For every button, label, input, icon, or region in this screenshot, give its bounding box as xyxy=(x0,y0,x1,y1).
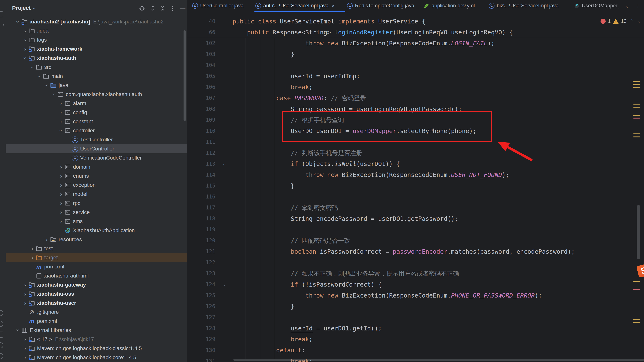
line-number[interactable]: 128 xyxy=(187,323,215,334)
chevron-collapsed-icon[interactable]: › xyxy=(44,237,50,242)
tree-item-target[interactable]: ›target xyxy=(6,253,187,262)
tree-item-xiaohashu2-xiaohashu-[interactable]: ›xiaohashu2 [xiaohashu]E:\java_workspace… xyxy=(6,17,187,26)
tree-item-java[interactable]: ›java xyxy=(6,81,187,90)
chevron-collapsed-icon[interactable]: › xyxy=(58,200,64,206)
hide-panel-icon[interactable]: — xyxy=(179,4,186,12)
collapse-all-icon[interactable] xyxy=(159,4,166,12)
tree-item-xiaohashu-gateway[interactable]: ›xiaohashu-gateway xyxy=(6,280,187,290)
tree-item-rpc[interactable]: ›rpc xyxy=(6,199,187,208)
warning-stripe-icon[interactable] xyxy=(633,319,640,320)
chevron-collapsed-icon[interactable]: › xyxy=(29,255,36,260)
prev-problem-icon[interactable]: ⌃ xyxy=(630,18,634,24)
chevron-collapsed-icon[interactable]: › xyxy=(58,164,64,170)
tab-options-icon[interactable]: ⋮ xyxy=(635,0,641,12)
next-problem-icon[interactable]: ⌄ xyxy=(637,18,641,24)
more-options-icon[interactable]: ⋮ xyxy=(169,4,176,12)
editor-tab-redistemplateconfig.java[interactable]: CRedisTemplateConfig.java xyxy=(346,0,422,12)
line-number[interactable]: 109 xyxy=(187,114,215,126)
tree-item-usercontroller[interactable]: CUserController xyxy=(6,144,187,153)
tree-item-controller[interactable]: ›controller xyxy=(6,126,187,135)
line-number[interactable]: 40 xyxy=(187,16,215,27)
chevron-expanded-icon[interactable]: › xyxy=(51,91,57,98)
line-number[interactable]: 124 xyxy=(187,279,215,290)
tree-item-logs[interactable]: ›logs xyxy=(6,35,187,44)
tree-item-enums[interactable]: ›enums xyxy=(6,172,187,180)
line-number[interactable]: 125 xyxy=(187,290,215,301)
line-number[interactable]: 115 xyxy=(187,180,215,191)
tree-item-xiaohashuauthapplication[interactable]: XiaohashuAuthApplication xyxy=(6,226,187,235)
line-number[interactable]: 122 xyxy=(187,257,215,268)
line-number[interactable]: 103 xyxy=(187,49,215,60)
line-number[interactable]: 121 xyxy=(187,246,215,257)
line-number[interactable]: 112 xyxy=(187,148,215,158)
tree-item-config[interactable]: ›config xyxy=(6,108,187,117)
tree-item-xiaohashu-user[interactable]: ›xiaohashu-user xyxy=(6,298,187,308)
chevron-collapsed-icon[interactable]: › xyxy=(58,100,64,106)
line-number[interactable]: 129 xyxy=(187,334,215,345)
warning-stripe-icon[interactable] xyxy=(633,87,640,88)
activity-bar[interactable] xyxy=(0,0,6,362)
tree-item-exception[interactable]: ›exception xyxy=(6,180,187,190)
warning-stripe-icon[interactable] xyxy=(633,134,640,134)
chevron-collapsed-icon[interactable]: › xyxy=(22,291,28,297)
line-number[interactable]: 110 xyxy=(187,126,215,136)
tree-item-verificationcodecontroller[interactable]: CVerificationCodeController xyxy=(6,153,187,162)
close-icon[interactable]: × xyxy=(332,3,335,9)
chevron-collapsed-icon[interactable]: › xyxy=(22,282,28,288)
line-number[interactable]: 111 xyxy=(187,136,215,148)
tree-item-maven-ch.qos.logback-logback-classic-1.4.5[interactable]: ›Maven: ch.qos.logback:logback-classic:1… xyxy=(6,344,187,353)
line-number[interactable]: 116 xyxy=(187,191,215,202)
line-number[interactable]: 117 xyxy=(187,202,215,213)
chevron-expanded-icon[interactable]: › xyxy=(44,82,50,88)
line-number[interactable]: 104 xyxy=(187,60,215,71)
tool-window-icon[interactable] xyxy=(0,332,4,338)
warning-stripe-icon[interactable] xyxy=(633,136,640,138)
chevron-collapsed-icon[interactable]: › xyxy=(22,336,28,342)
chevron-collapsed-icon[interactable]: › xyxy=(22,355,28,360)
warning-stripe-icon[interactable] xyxy=(633,281,640,282)
tree-item-maven-ch.qos.logback-logback-core-1.4.5[interactable]: ›Maven: ch.qos.logback:logback-core:1.4.… xyxy=(6,353,187,362)
tool-window-icon[interactable] xyxy=(0,310,4,316)
line-number[interactable]: 123 xyxy=(187,268,215,279)
line-number[interactable]: 107 xyxy=(187,93,215,104)
tool-window-icon[interactable] xyxy=(0,321,4,327)
line-number[interactable]: 126 xyxy=(187,301,215,312)
chevron-collapsed-icon[interactable]: › xyxy=(58,110,64,115)
tree-item-xiaoha-framework[interactable]: ›xiaoha-framework xyxy=(6,44,187,54)
editor-tab-usercontroller.java[interactable]: CUserController.java xyxy=(191,0,256,12)
tree-item-<-17->[interactable]: ›< 17 >E:\soft\java\jdk17 xyxy=(6,335,187,344)
warning-stripe-icon[interactable] xyxy=(633,81,640,82)
editor-tab-auth-...-userserviceimpl.java[interactable]: Cauth\...\UserServiceImpl.java× xyxy=(254,0,345,12)
line-number[interactable]: 113 xyxy=(187,158,215,169)
more-tools-icon[interactable] xyxy=(3,24,4,26)
chevron-collapsed-icon[interactable]: › xyxy=(22,300,28,306)
warning-stripe-icon[interactable] xyxy=(633,104,640,104)
expand-all-icon[interactable] xyxy=(149,4,157,12)
chevron-collapsed-icon[interactable]: › xyxy=(58,182,64,188)
locate-file-icon[interactable] xyxy=(138,4,146,12)
warning-stripe-icon[interactable] xyxy=(633,115,640,116)
chevron-collapsed-icon[interactable]: › xyxy=(22,46,28,52)
warning-stripe-icon[interactable] xyxy=(633,84,640,85)
editor-vertical-scrollbar[interactable] xyxy=(637,205,640,259)
fold-chevron-icon[interactable]: ⌄ xyxy=(222,158,226,169)
chevron-collapsed-icon[interactable]: › xyxy=(58,218,64,224)
tree-item-testcontroller[interactable]: CTestController xyxy=(6,135,187,144)
line-number[interactable]: 127 xyxy=(187,312,215,323)
chevron-expanded-icon[interactable]: › xyxy=(15,18,21,25)
tree-item-main[interactable]: ›main xyxy=(6,72,187,81)
chevron-expanded-icon[interactable]: › xyxy=(58,128,64,134)
editor-tab-application-dev.yml[interactable]: application-dev.yml xyxy=(422,0,487,12)
tree-item-model[interactable]: ›model xyxy=(6,190,187,199)
tool-window-icon[interactable] xyxy=(0,342,4,348)
editor-tab-userdomapper.j[interactable]: UserDOMapper.j xyxy=(573,0,624,12)
tree-item-alarm[interactable]: ›alarm xyxy=(6,99,187,108)
tree-item-.gitignore[interactable]: ⊘.gitignore xyxy=(6,308,187,317)
line-number[interactable]: 106 xyxy=(187,82,215,93)
warning-stripe-icon[interactable] xyxy=(633,106,640,108)
tree-item-resources[interactable]: ›resources xyxy=(6,235,187,244)
line-number[interactable]: 119 xyxy=(187,224,215,235)
chevron-expanded-icon[interactable]: › xyxy=(15,327,21,334)
chevron-collapsed-icon[interactable]: › xyxy=(22,346,28,351)
chevron-expanded-icon[interactable]: › xyxy=(37,73,42,80)
